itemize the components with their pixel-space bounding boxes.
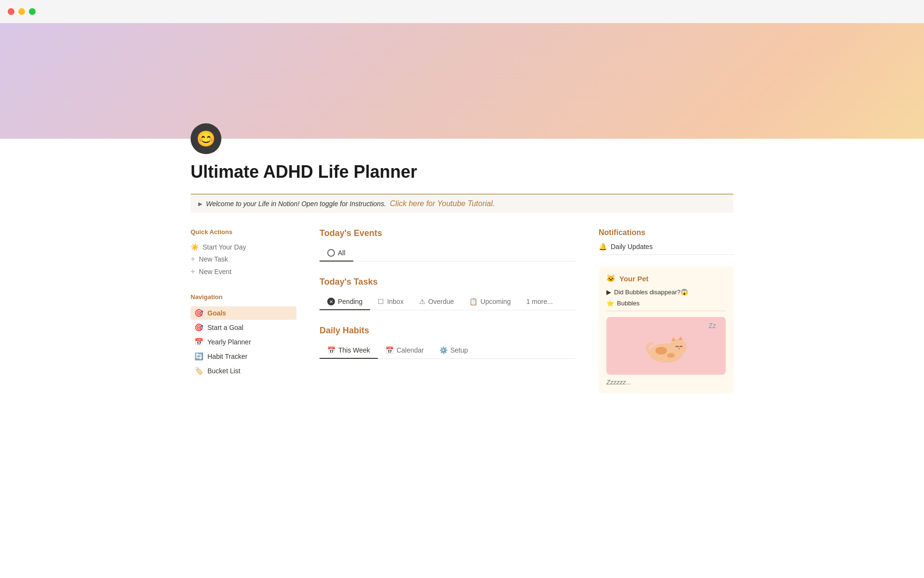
events-tab-all-label: All bbox=[338, 249, 346, 257]
daily-updates-label: Daily Updates bbox=[611, 243, 653, 250]
habits-tab-this-week[interactable]: 📅 This Week bbox=[320, 342, 378, 359]
radio-circle-icon bbox=[327, 249, 335, 257]
pet-card: 🐱 Your Pet ▶ Did Bubbles disappear?😱 ⭐ B… bbox=[599, 266, 733, 394]
svg-point-6 bbox=[678, 348, 680, 350]
pet-disappear-toggle[interactable]: ▶ Did Bubbles disappear?😱 bbox=[606, 289, 726, 296]
cat-icon: 🐱 bbox=[606, 274, 616, 283]
zzz-label: Zz bbox=[708, 322, 716, 329]
sidebar-item-yearly-planner[interactable]: 📅 Yearly Planner bbox=[191, 335, 296, 349]
pet-image-box: Zz bbox=[606, 317, 726, 375]
sidebar-item-bucket-list[interactable]: 🏷️ Bucket List bbox=[191, 364, 296, 378]
habits-tab-bar: 📅 This Week 📅 Calendar ⚙️ Setup bbox=[320, 342, 576, 359]
habit-tracker-label: Habit Tracker bbox=[207, 353, 247, 360]
pet-disappear-label: Did Bubbles disappear?😱 bbox=[614, 289, 688, 296]
overdue-icon: ⚠ bbox=[419, 298, 425, 305]
setup-label: Setup bbox=[450, 346, 468, 354]
goals-label: Goals bbox=[207, 309, 226, 317]
upcoming-icon: 📋 bbox=[469, 298, 477, 305]
pet-card-header: 🐱 Your Pet bbox=[606, 274, 726, 283]
quick-actions-title: Quick Actions bbox=[191, 228, 296, 236]
more-label: 1 more... bbox=[526, 298, 552, 305]
tasks-tab-bar: ✕ Pending ☐ Inbox ⚠ Overdue 📋 Upcoming bbox=[320, 294, 576, 310]
yearly-planner-icon: 📅 bbox=[194, 338, 204, 346]
events-tab-bar: All bbox=[320, 245, 576, 262]
start-your-day-button[interactable]: ☀️ Start Your Day bbox=[191, 241, 296, 253]
navigation-title: Navigation bbox=[191, 293, 296, 301]
titlebar bbox=[0, 0, 924, 23]
sidebar: Quick Actions ☀️ Start Your Day + New Ta… bbox=[191, 228, 296, 379]
sidebar-item-start-a-goal[interactable]: 🎯 Start a Goal bbox=[191, 321, 296, 334]
toggle-arrow-icon: ▶ bbox=[198, 201, 202, 207]
todays-tasks-heading: Today's Tasks bbox=[320, 277, 576, 287]
inbox-label: Inbox bbox=[387, 298, 403, 305]
youtube-tutorial-link[interactable]: Click here for Youtube Tutorial. bbox=[390, 199, 495, 208]
sidebar-item-habit-tracker[interactable]: 🔄 Habit Tracker bbox=[191, 350, 296, 363]
daily-habits-section: Daily Habits 📅 This Week 📅 Calendar ⚙️ S… bbox=[320, 326, 576, 359]
calendar-icon: 📅 bbox=[385, 346, 394, 354]
center-content: Today's Events All Today's Tasks ✕ Pendi… bbox=[320, 228, 576, 363]
right-column: Notifications 🔔 Daily Updates 🐱 Your Pet… bbox=[599, 228, 733, 394]
sidebar-item-goals[interactable]: 🎯 Goals bbox=[191, 306, 296, 320]
pending-label: Pending bbox=[338, 298, 362, 305]
start-your-day-label: Start Your Day bbox=[203, 243, 246, 251]
events-tab-all[interactable]: All bbox=[320, 245, 353, 262]
bell-icon: 🔔 bbox=[599, 243, 607, 250]
add-task-icon: + bbox=[191, 255, 195, 263]
add-event-icon: + bbox=[191, 267, 195, 276]
habits-tab-calendar[interactable]: 📅 Calendar bbox=[378, 342, 432, 359]
tasks-tab-more[interactable]: 1 more... bbox=[518, 294, 560, 310]
pet-caption: Zzzzzz... bbox=[606, 379, 726, 386]
page-title: Ultimate ADHD Life Planner bbox=[191, 162, 733, 182]
yearly-planner-label: Yearly Planner bbox=[207, 338, 251, 346]
toggle-expand-icon: ▶ bbox=[606, 289, 611, 296]
tasks-tab-upcoming[interactable]: 📋 Upcoming bbox=[462, 294, 518, 310]
close-button[interactable] bbox=[8, 8, 14, 15]
todays-events-section: Today's Events All bbox=[320, 228, 576, 262]
calendar-label: Calendar bbox=[397, 346, 424, 354]
daily-updates-item[interactable]: 🔔 Daily Updates bbox=[599, 243, 733, 255]
this-week-label: This Week bbox=[338, 346, 370, 354]
tasks-tab-pending[interactable]: ✕ Pending bbox=[320, 294, 370, 310]
daily-habits-heading: Daily Habits bbox=[320, 326, 576, 336]
bucket-list-icon: 🏷️ bbox=[194, 367, 204, 375]
new-event-label: New Event bbox=[199, 268, 231, 276]
navigation-section: Navigation 🎯 Goals 🎯 Start a Goal 📅 Year… bbox=[191, 293, 296, 378]
pet-name-label: Bubbles bbox=[617, 300, 640, 307]
sun-icon: ☀️ bbox=[191, 243, 199, 251]
new-event-button[interactable]: + New Event bbox=[191, 265, 296, 278]
tasks-tab-inbox[interactable]: ☐ Inbox bbox=[370, 294, 411, 310]
todays-events-heading: Today's Events bbox=[320, 228, 576, 238]
sleeping-cat-svg bbox=[642, 327, 690, 365]
toggle-text: Welcome to your Life in Notion! Open tog… bbox=[206, 200, 386, 208]
this-week-calendar-icon: 📅 bbox=[327, 346, 335, 354]
todays-tasks-section: Today's Tasks ✕ Pending ☐ Inbox ⚠ Overdu… bbox=[320, 277, 576, 310]
upcoming-label: Upcoming bbox=[480, 298, 511, 305]
goals-icon: 🎯 bbox=[194, 309, 204, 317]
page-icon: 😊 bbox=[191, 123, 221, 154]
tasks-tab-overdue[interactable]: ⚠ Overdue bbox=[411, 294, 462, 310]
bucket-list-label: Bucket List bbox=[207, 367, 240, 375]
start-goal-label: Start a Goal bbox=[207, 324, 244, 331]
setup-gear-icon: ⚙️ bbox=[439, 346, 448, 354]
inbox-icon: ☐ bbox=[378, 298, 384, 305]
new-task-button[interactable]: + New Task bbox=[191, 253, 296, 265]
quick-actions-section: Quick Actions ☀️ Start Your Day + New Ta… bbox=[191, 228, 296, 278]
notifications-section: Notifications 🔔 Daily Updates bbox=[599, 228, 733, 255]
pet-name-item[interactable]: ⭐ Bubbles bbox=[606, 300, 726, 311]
svg-point-8 bbox=[667, 353, 675, 358]
star-icon: ⭐ bbox=[606, 300, 614, 307]
main-layout: Quick Actions ☀️ Start Your Day + New Ta… bbox=[191, 228, 733, 394]
pending-icon: ✕ bbox=[327, 298, 335, 305]
new-task-label: New Task bbox=[199, 255, 228, 263]
habit-tracker-icon: 🔄 bbox=[194, 352, 204, 361]
hero-banner bbox=[0, 23, 924, 139]
notifications-heading: Notifications bbox=[599, 228, 733, 237]
maximize-button[interactable] bbox=[29, 8, 36, 15]
start-goal-icon: 🎯 bbox=[194, 323, 204, 332]
instructions-toggle[interactable]: ▶ Welcome to your Life in Notion! Open t… bbox=[191, 194, 733, 213]
habits-tab-setup[interactable]: ⚙️ Setup bbox=[432, 342, 476, 359]
svg-point-7 bbox=[655, 347, 667, 355]
overdue-label: Overdue bbox=[428, 298, 454, 305]
your-pet-heading: Your Pet bbox=[619, 275, 649, 283]
minimize-button[interactable] bbox=[18, 8, 25, 15]
